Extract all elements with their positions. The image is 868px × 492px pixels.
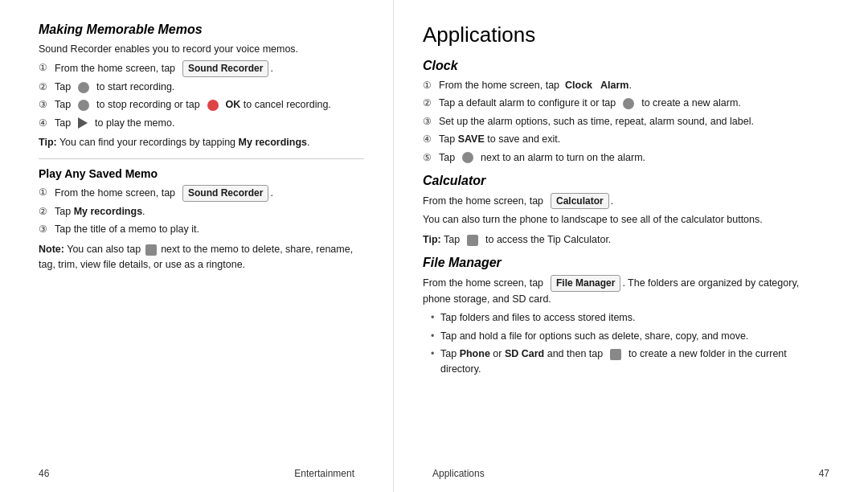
record-icon bbox=[78, 82, 89, 93]
file-manager-section: File Manager From the home screen, tap F… bbox=[423, 256, 829, 377]
step-4: ④ Tap to play the memo. bbox=[39, 116, 364, 131]
sound-recorder-badge-2: Sound Recorder bbox=[182, 185, 268, 202]
clock-section: Clock ① From the home screen, tap Clock … bbox=[423, 59, 829, 166]
clock-steps: ① From the home screen, tap Clock Alarm.… bbox=[423, 78, 829, 166]
calculator-body2: You can also turn the phone to landscape… bbox=[423, 212, 829, 228]
calculator-title: Calculator bbox=[423, 174, 829, 188]
note-line: Note: You can also tap next to the memo … bbox=[39, 242, 364, 273]
step-text-3: Tap to stop recording or tap OK to cance… bbox=[55, 97, 364, 113]
play-step-3: ③ Tap the title of a memo to play it. bbox=[39, 222, 364, 237]
clock-step-4: ④ Tap SAVE to save and exit. bbox=[423, 132, 829, 147]
x-icon bbox=[207, 100, 219, 111]
step-num-1: ① bbox=[39, 60, 53, 76]
play-steps: ① From the home screen, tap Sound Record… bbox=[39, 185, 364, 237]
calculator-tip: Tip: Tap to access the Tip Calculator. bbox=[423, 232, 829, 248]
play-step-1: ① From the home screen, tap Sound Record… bbox=[39, 185, 364, 202]
clock-step-1: ① From the home screen, tap Clock Alarm. bbox=[423, 78, 829, 93]
step-1: ① From the home screen, tap Sound Record… bbox=[39, 60, 364, 77]
right-page-label: Applications bbox=[432, 468, 485, 479]
clock-step-num-1: ① bbox=[423, 78, 437, 93]
step-3: ③ Tap to stop recording or tap OK to can… bbox=[39, 97, 364, 113]
left-intro: Sound Recorder enables you to record you… bbox=[39, 42, 364, 57]
clock-step-text-4: Tap SAVE to save and exit. bbox=[439, 132, 829, 147]
play-step-num-1: ① bbox=[39, 185, 53, 200]
step-num-3: ③ bbox=[39, 97, 53, 113]
applications-title: Applications bbox=[423, 23, 829, 47]
clock-step-text-2: Tap a default alarm to configure it or t… bbox=[439, 96, 829, 111]
sound-recorder-badge-1: Sound Recorder bbox=[182, 60, 268, 77]
stop-icon bbox=[78, 100, 89, 111]
clock-step-num-5: ⑤ bbox=[423, 150, 437, 166]
clock-step-text-3: Set up the alarm options, such as time, … bbox=[439, 114, 829, 129]
play-step-text-1: From the home screen, tap Sound Recorder… bbox=[55, 185, 364, 202]
clock-step-text-5: Tap next to an alarm to turn on the alar… bbox=[439, 150, 829, 166]
bullet-dot-2: • bbox=[431, 329, 440, 344]
calculator-body1: From the home screen, tap Calculator. bbox=[423, 193, 829, 210]
play-step-num-2: ② bbox=[39, 204, 53, 219]
new-folder-icon bbox=[610, 349, 621, 360]
file-manager-badge: File Manager bbox=[551, 275, 620, 292]
calculator-section: Calculator From the home screen, tap Cal… bbox=[423, 174, 829, 248]
step-2: ② Tap to start recording. bbox=[39, 80, 364, 95]
play-icon bbox=[78, 117, 88, 129]
clock-step-5: ⑤ Tap next to an alarm to turn on the al… bbox=[423, 150, 829, 166]
clock-step-num-3: ③ bbox=[423, 114, 437, 129]
left-page-num: 46 bbox=[39, 468, 49, 479]
clock-step-3: ③ Set up the alarm options, such as time… bbox=[423, 114, 829, 129]
clock-step-text-1: From the home screen, tap Clock Alarm. bbox=[439, 78, 829, 93]
add-icon bbox=[623, 98, 634, 109]
right-page-num: 47 bbox=[819, 468, 829, 479]
bullet-3: • Tap Phone or SD Card and then tap to c… bbox=[431, 346, 829, 378]
file-manager-body1: From the home screen, tap File Manager. … bbox=[423, 275, 829, 307]
left-page-label: Entertainment bbox=[294, 468, 354, 479]
making-memos-section: Making Memorable Memos Sound Recorder en… bbox=[39, 23, 364, 150]
right-footer: Applications 47 bbox=[394, 468, 868, 479]
play-step-2: ② Tap My recordings. bbox=[39, 204, 364, 219]
left-page: Making Memorable Memos Sound Recorder en… bbox=[0, 0, 394, 492]
step-text-4: Tap to play the memo. bbox=[55, 116, 364, 131]
play-saved-memo-section: Play Any Saved Memo ① From the home scre… bbox=[39, 167, 364, 273]
left-footer: 46 Entertainment bbox=[0, 468, 393, 479]
play-step-text-2: Tap My recordings. bbox=[55, 204, 364, 219]
clock-step-2: ② Tap a default alarm to configure it or… bbox=[423, 96, 829, 111]
clock-step-num-2: ② bbox=[423, 96, 437, 111]
tip-line: Tip: You can find your recordings by tap… bbox=[39, 135, 364, 150]
right-page: Applications Clock ① From the home scree… bbox=[394, 0, 868, 492]
clock-title: Clock bbox=[423, 59, 829, 73]
bullet-dot-1: • bbox=[431, 310, 440, 326]
play-saved-title: Play Any Saved Memo bbox=[39, 167, 364, 180]
bullet-dot-3: • bbox=[431, 346, 440, 362]
calculator-badge: Calculator bbox=[551, 193, 609, 210]
step-text-1: From the home screen, tap Sound Recorder… bbox=[55, 60, 364, 77]
divider bbox=[39, 158, 364, 159]
file-manager-bullets: • Tap folders and files to access stored… bbox=[431, 310, 829, 378]
clock-step-num-4: ④ bbox=[423, 132, 437, 147]
step-num-2: ② bbox=[39, 80, 53, 95]
left-section-title: Making Memorable Memos bbox=[39, 23, 364, 37]
tip-icon bbox=[467, 235, 478, 246]
toggle-icon bbox=[462, 152, 473, 163]
file-manager-title: File Manager bbox=[423, 256, 829, 270]
play-step-text-3: Tap the title of a memo to play it. bbox=[55, 222, 364, 237]
play-step-num-3: ③ bbox=[39, 222, 53, 237]
bullet-text-2: Tap and hold a file for options such as … bbox=[440, 329, 748, 344]
step-num-4: ④ bbox=[39, 116, 53, 131]
bullet-1: • Tap folders and files to access stored… bbox=[431, 310, 829, 326]
bullet-text-3: Tap Phone or SD Card and then tap to cre… bbox=[440, 346, 829, 378]
bullet-text-1: Tap folders and files to access stored i… bbox=[440, 310, 635, 326]
memo-steps: ① From the home screen, tap Sound Record… bbox=[39, 60, 364, 131]
menu-icon bbox=[145, 244, 157, 256]
step-text-2: Tap to start recording. bbox=[55, 80, 364, 95]
bullet-2: • Tap and hold a file for options such a… bbox=[431, 329, 829, 344]
